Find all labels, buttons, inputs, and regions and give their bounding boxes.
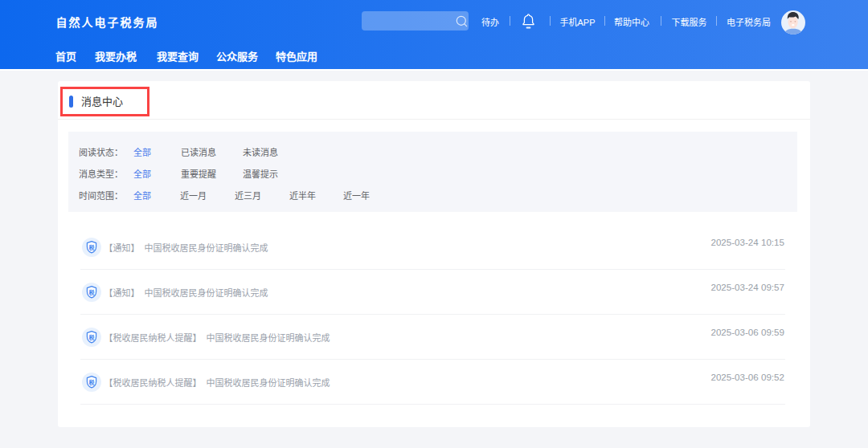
svg-text:税: 税 [89,244,95,251]
svg-text:税: 税 [89,334,95,341]
svg-text:税: 税 [89,289,95,296]
svg-text:税: 税 [89,379,95,386]
